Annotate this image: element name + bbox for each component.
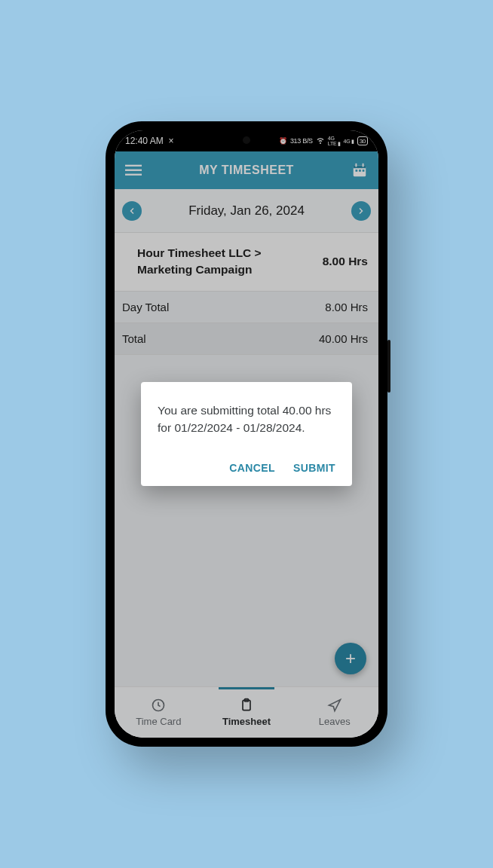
screen: 12:40 AM × ⏰ 313 B/S 4GLTE ▮ 4G ▮ 30 MY … xyxy=(115,130,378,738)
dialog-actions: CANCEL SUBMIT xyxy=(158,462,335,474)
dialog-message: You are submitting total 40.00 hrs for 0… xyxy=(158,402,335,437)
modal-overlay[interactable]: You are submitting total 40.00 hrs for 0… xyxy=(115,130,378,738)
phone-frame: 12:40 AM × ⏰ 313 B/S 4GLTE ▮ 4G ▮ 30 MY … xyxy=(106,121,387,747)
submit-dialog: You are submitting total 40.00 hrs for 0… xyxy=(141,382,352,487)
submit-button[interactable]: SUBMIT xyxy=(293,462,335,474)
side-button xyxy=(387,340,390,393)
cancel-button[interactable]: CANCEL xyxy=(229,462,275,474)
